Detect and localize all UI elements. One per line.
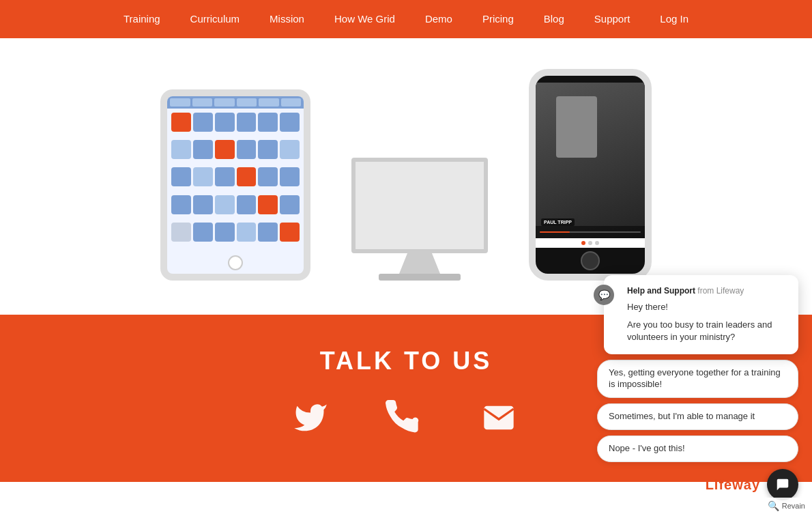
tablet-cell: [280, 113, 300, 132]
tablet-cell: [258, 167, 278, 186]
chat-from-name: Help and Support: [627, 286, 695, 296]
tablet-cell: [237, 113, 257, 132]
tablet-cell: [171, 223, 191, 242]
phone-dots: [536, 238, 645, 248]
nav-pricing[interactable]: Pricing: [467, 0, 529, 38]
chat-from-lifeway: from Lifeway: [697, 286, 744, 296]
phone-name-tag: PAUL TRIPP: [541, 218, 575, 226]
monitor-device: [351, 158, 488, 281]
tablet-cell: [280, 140, 300, 159]
nav-support[interactable]: Support: [579, 0, 646, 38]
tablet-home-button: [228, 255, 243, 270]
dot-inactive: [595, 241, 599, 245]
chat-bubble: 💬 Help and Support from Lifeway Hey ther…: [604, 275, 798, 355]
tablet-cell: [258, 223, 278, 242]
twitter-icon[interactable]: [290, 400, 331, 444]
lifeway-logo: Lifeway: [706, 477, 760, 493]
tablet-cell: [171, 113, 191, 132]
chat-response-3[interactable]: Nope - I've got this!: [597, 436, 798, 462]
chat-from: Help and Support from Lifeway: [627, 286, 786, 296]
tablet-cell: [215, 167, 235, 186]
nav-blog[interactable]: Blog: [529, 0, 579, 38]
phone-icon[interactable]: [386, 400, 421, 444]
tablet-cell: [215, 223, 235, 242]
tablet-cell: [237, 195, 257, 214]
tablet-cell: [215, 195, 235, 214]
chat-avatar: 💬: [594, 285, 614, 305]
tablet-header-cell: [259, 98, 279, 106]
contact-icons: [290, 400, 522, 444]
chat-response-2[interactable]: Sometimes, but I'm able to manage it: [597, 403, 798, 430]
nav-curriculum[interactable]: Curriculum: [175, 0, 255, 38]
monitor-screen: [351, 158, 488, 253]
tablet-cell: [171, 140, 191, 159]
tablet-cell: [215, 140, 235, 159]
tablet-cell: [258, 195, 278, 214]
phone-video: PAUL TRIPP: [536, 83, 645, 238]
phone-person-image: [556, 96, 597, 158]
dot-inactive: [588, 241, 592, 245]
devices-row: PAUL TRIPP: [106, 69, 706, 281]
chat-toggle-button[interactable]: [767, 469, 798, 500]
chat-widget: 💬 Help and Support from Lifeway Hey ther…: [597, 275, 798, 500]
tablet-header-cell: [170, 98, 190, 106]
tablet-cell: [193, 167, 213, 186]
dot-active: [581, 241, 585, 245]
tablet-cell: [280, 223, 300, 242]
phone-home-button: [581, 251, 600, 270]
tablet-cell: [193, 223, 213, 242]
nav-demo[interactable]: Demo: [410, 0, 467, 38]
monitor-base: [379, 274, 461, 281]
revain-badge: 🔍 Revain: [761, 498, 812, 514]
tablet-cell: [171, 167, 191, 186]
revain-icon: 🔍: [768, 500, 779, 511]
tablet-cell: [280, 195, 300, 214]
chat-greeting: Hey there!: [627, 301, 786, 313]
tablet-cell: [258, 113, 278, 132]
tablet-cell: [237, 167, 257, 186]
tablet-header-cell: [192, 98, 213, 106]
tablet-header-cell: [281, 98, 302, 106]
phone-progress-bar: [540, 231, 641, 233]
tablet-cell: [193, 113, 213, 132]
phone-progress-fill: [540, 231, 570, 233]
tablet-header-cell: [214, 98, 235, 106]
nav-how-we-grid[interactable]: How We Grid: [319, 0, 410, 38]
chat-response-1[interactable]: Yes, getting everyone together for a tra…: [597, 360, 798, 398]
content-area: PAUL TRIPP: [0, 38, 812, 281]
main-nav: Training Curriculum Mission How We Grid …: [0, 0, 812, 38]
revain-text: Revain: [782, 502, 805, 510]
phone-screen: PAUL TRIPP: [536, 83, 645, 238]
tablet-header-cell: [237, 98, 257, 106]
tablet-cell: [215, 113, 235, 132]
monitor-stand: [399, 253, 440, 274]
tablet-cell: [193, 195, 213, 214]
email-icon[interactable]: [476, 400, 522, 444]
chat-body: Are you too busy to train leaders and vo…: [627, 319, 786, 343]
tablet-top-bar: [167, 96, 304, 109]
tablet-cell: [258, 140, 278, 159]
phone-notch: [570, 76, 611, 83]
tablet-cell: [193, 140, 213, 159]
nav-mission[interactable]: Mission: [255, 0, 319, 38]
talk-to-us-title: TALK TO US: [320, 347, 493, 375]
tablet-cell: [171, 195, 191, 214]
phone-device: PAUL TRIPP: [529, 69, 652, 281]
tablet-cell: [237, 140, 257, 159]
tablet-device: [160, 89, 310, 281]
tablet-cell: [237, 223, 257, 242]
chat-avatar-icon: 💬: [598, 289, 610, 300]
tablet-cell: [280, 167, 300, 186]
tablet-screen: [167, 109, 304, 252]
nav-login[interactable]: Log In: [645, 0, 704, 38]
phone-video-controls: [536, 226, 645, 238]
nav-training[interactable]: Training: [108, 0, 175, 38]
